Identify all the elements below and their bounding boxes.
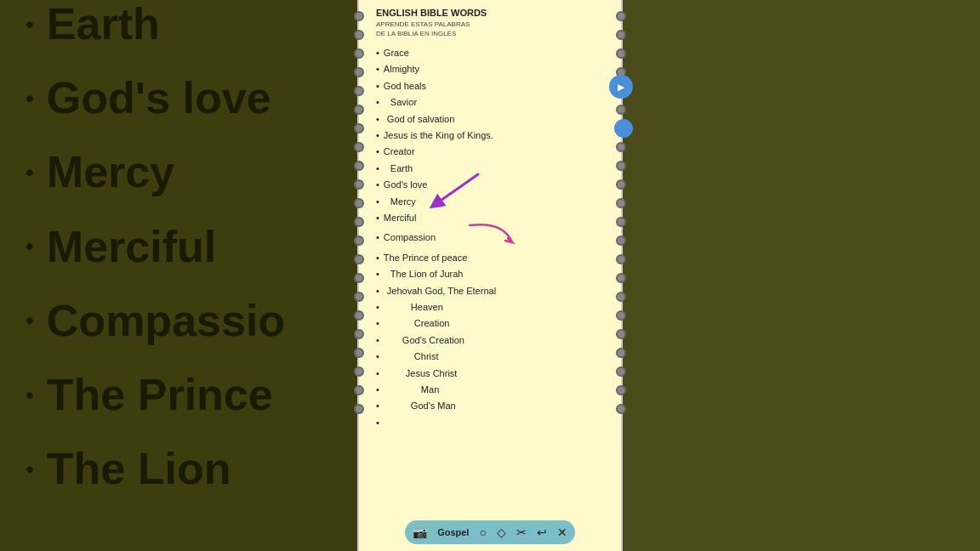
left-text-godslove: God's love bbox=[47, 74, 271, 122]
spiral-hole bbox=[354, 254, 364, 264]
bullet-icon: • bbox=[376, 268, 379, 281]
spiral-hole bbox=[354, 329, 364, 339]
spiral-hole bbox=[354, 86, 364, 96]
spiral-hole bbox=[616, 48, 626, 59]
bullet-icon: • bbox=[376, 285, 379, 298]
list-item: •Merciful bbox=[376, 210, 611, 226]
left-item-earth: • Earth bbox=[26, 0, 349, 48]
spiral-hole bbox=[354, 236, 364, 246]
list-item: •God's Creation bbox=[376, 332, 611, 349]
list-item-text: Merciful bbox=[384, 212, 611, 224]
list-item-text: God's Man bbox=[384, 400, 611, 412]
list-item: •God's love bbox=[376, 177, 611, 193]
spiral-hole bbox=[354, 161, 364, 171]
list-item: •God's Man bbox=[376, 398, 611, 414]
bullet: • bbox=[26, 307, 34, 334]
spiral-hole bbox=[354, 404, 364, 414]
bullet-icon: • bbox=[376, 317, 379, 330]
bullet: • bbox=[26, 159, 34, 186]
notebook-header: ENGLISH BIBLE WORDS APRENDE ESTAS PALABR… bbox=[376, 7, 611, 38]
list-item: •Jesus Christ bbox=[376, 366, 611, 382]
bullet-icon: • bbox=[376, 367, 379, 380]
spiral-hole bbox=[616, 142, 626, 152]
list-item: •Jehovah God, The Eternal bbox=[376, 283, 611, 299]
spiral-hole bbox=[354, 366, 364, 377]
left-text-prince: The Prince bbox=[47, 371, 273, 419]
spiral-hole bbox=[354, 67, 364, 77]
undo-icon[interactable]: ↩ bbox=[537, 525, 547, 539]
left-item-mercy: • Mercy bbox=[26, 148, 349, 196]
spiral-hole bbox=[616, 161, 626, 171]
bullet-icon: • bbox=[376, 179, 379, 191]
bullet-icon: • bbox=[376, 334, 379, 347]
spiral-hole bbox=[354, 179, 364, 190]
list-item-text: Grace bbox=[384, 47, 611, 60]
left-item-compassion: • Compassio bbox=[26, 297, 349, 345]
bullet-icon: • bbox=[376, 129, 379, 142]
blue-circle-button-2[interactable] bbox=[614, 119, 633, 138]
left-panel-content: • Earth • God's love • Mercy • Merciful … bbox=[0, 0, 357, 536]
spiral-hole bbox=[354, 123, 364, 133]
list-item: • bbox=[376, 415, 611, 431]
bottom-toolbar[interactable]: 📷 Gospel ○ ◇ ✂ ↩ ✕ bbox=[405, 520, 575, 544]
left-item-lion: • The Lion bbox=[26, 445, 349, 493]
spiral-hole bbox=[354, 310, 364, 321]
bullet: • bbox=[26, 382, 34, 409]
spiral-hole bbox=[616, 273, 626, 283]
bullet-icon: • bbox=[376, 350, 379, 363]
list-item: •God heals bbox=[376, 78, 611, 94]
bullet-icon: • bbox=[376, 63, 379, 76]
list-item: •God of salvation bbox=[376, 111, 611, 128]
spiral-hole bbox=[616, 292, 626, 302]
center-notebook-panel: ▶ ENGLISH BIBLE WORDS APRENDE ESTAS PALA… bbox=[357, 0, 623, 551]
list-item-text: Savior bbox=[384, 96, 611, 109]
list-item-text: Compassion bbox=[384, 231, 611, 244]
camera-icon[interactable]: 📷 bbox=[413, 525, 427, 539]
bullet: • bbox=[26, 233, 34, 260]
left-text-lion: The Lion bbox=[47, 445, 231, 493]
spiral-hole bbox=[354, 273, 364, 283]
spiral-hole bbox=[616, 179, 626, 190]
list-item: •Heaven bbox=[376, 299, 611, 315]
list-item: •The Prince of peace bbox=[376, 250, 611, 266]
left-item-prince: • The Prince bbox=[26, 371, 349, 419]
spiral-hole bbox=[354, 11, 364, 21]
list-item: •Savior bbox=[376, 94, 611, 111]
list-item-text: God heals bbox=[384, 80, 611, 93]
bullet-icon: • bbox=[376, 162, 379, 175]
spiral-hole bbox=[616, 30, 626, 40]
bullet-icon: • bbox=[376, 383, 379, 396]
list-item: •Compassion bbox=[376, 230, 611, 246]
toolbar-gospel-label: Gospel bbox=[437, 527, 469, 537]
bullet: • bbox=[26, 85, 34, 112]
list-item: •Jesus is the King of Kings. bbox=[376, 128, 611, 144]
left-text-merciful: Merciful bbox=[47, 223, 216, 271]
blue-circle-button-1[interactable]: ▶ bbox=[609, 75, 633, 99]
list-item-text: Creation bbox=[384, 317, 611, 330]
spiral-hole bbox=[354, 292, 364, 302]
bullet-icon: • bbox=[376, 196, 379, 208]
spiral-hole bbox=[616, 310, 626, 321]
list-item-text: Mercy bbox=[384, 196, 611, 208]
list-item-text: Christ bbox=[384, 350, 611, 363]
list-item-text: Creator bbox=[384, 145, 611, 158]
close-icon[interactable]: ✕ bbox=[557, 525, 567, 539]
scissors-icon[interactable]: ✂ bbox=[516, 525, 527, 539]
spiral-hole bbox=[616, 11, 626, 21]
bullet-icon: • bbox=[376, 47, 379, 60]
spiral-hole bbox=[354, 385, 364, 395]
spiral-hole bbox=[354, 348, 364, 358]
bullet-icon: • bbox=[376, 113, 379, 126]
circle-icon[interactable]: ○ bbox=[479, 525, 486, 539]
spiral-hole bbox=[616, 254, 626, 264]
spiral-hole bbox=[616, 366, 626, 377]
list-item-text: Almighty bbox=[384, 63, 611, 76]
notebook-title: ENGLISH BIBLE WORDS bbox=[376, 7, 611, 19]
diamond-icon[interactable]: ◇ bbox=[497, 525, 506, 539]
spiral-hole bbox=[616, 404, 626, 414]
spiral-hole bbox=[616, 348, 626, 358]
spiral-hole bbox=[616, 105, 626, 115]
bullet-icon: • bbox=[376, 301, 379, 314]
list-item-text: Earth bbox=[384, 162, 611, 175]
bullet: • bbox=[26, 456, 34, 483]
